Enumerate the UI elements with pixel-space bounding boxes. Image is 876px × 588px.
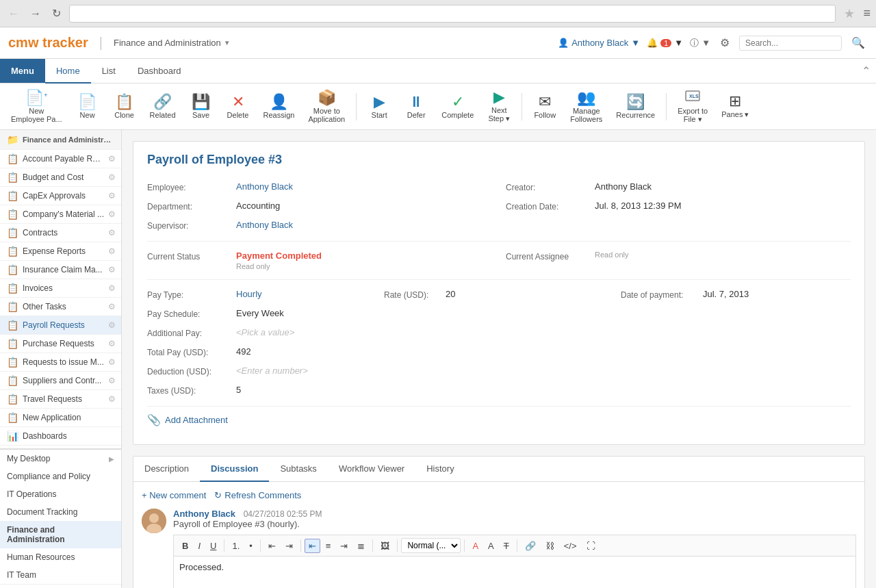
suppliers-gear[interactable]: ⚙ xyxy=(108,376,116,385)
sidebar-item-company-material[interactable]: 📋 Company's Material ... ⚙ xyxy=(0,205,121,224)
complete-button[interactable]: ✓ Complete xyxy=(436,92,479,122)
delete-button[interactable]: ✕ Delete xyxy=(221,92,255,122)
url-bar[interactable] xyxy=(69,5,836,23)
sidebar-item-travel[interactable]: 📋 Travel Requests ⚙ xyxy=(0,390,121,409)
rte-unlink-button[interactable]: ⛓ xyxy=(541,539,558,553)
sidebar-item-it-operations[interactable]: IT Operations xyxy=(0,485,121,503)
notifications[interactable]: 🔔 1 ▼ xyxy=(647,38,683,48)
manage-followers-button[interactable]: 👥 ManageFollowers xyxy=(565,88,608,126)
rte-font-color-button[interactable]: A xyxy=(468,539,482,553)
rte-clear-format-button[interactable]: T xyxy=(500,539,513,553)
refresh-comments-button[interactable]: ↻ Refresh Comments xyxy=(214,490,301,500)
tab-subtasks[interactable]: Subtasks xyxy=(269,457,327,482)
sidebar-item-payroll[interactable]: 📋 Payroll Requests ⚙ xyxy=(0,316,121,335)
search-icon-button[interactable]: 🔍 xyxy=(849,35,868,51)
start-button[interactable]: ▶ Start xyxy=(362,92,396,122)
rte-indent-button[interactable]: ⇥ xyxy=(281,539,297,553)
rte-align-right-button[interactable]: ⇥ xyxy=(336,539,352,553)
sidebar-item-doc-tracking[interactable]: Document Tracking xyxy=(0,503,121,521)
related-button[interactable]: 🔗 Related xyxy=(144,92,181,122)
sidebar-item-contracts[interactable]: 📋 Contracts ⚙ xyxy=(0,224,121,242)
rte-format-select[interactable]: Normal (... xyxy=(401,538,461,553)
tab-description[interactable]: Description xyxy=(133,457,200,482)
invoices-gear[interactable]: ⚙ xyxy=(108,283,116,293)
rte-fullscreen-button[interactable]: ⛶ xyxy=(582,539,600,553)
workspace-selector[interactable]: Finance and Administration ▼ xyxy=(114,38,231,48)
tab-home[interactable]: Home xyxy=(45,59,91,84)
travel-gear[interactable]: ⚙ xyxy=(108,394,116,404)
sidebar-section-header[interactable]: 📁 Finance and Administrati... xyxy=(0,130,121,150)
rte-font-highlight-button[interactable]: A xyxy=(484,539,498,553)
sidebar-item-human-resources[interactable]: Human Resources xyxy=(0,548,121,566)
rte-bold-button[interactable]: B xyxy=(178,539,192,553)
tab-list[interactable]: List xyxy=(91,59,127,84)
rte-link-button[interactable]: 🔗 xyxy=(521,539,540,553)
sidebar-item-insurance[interactable]: 📋 Insurance Claim Ma... ⚙ xyxy=(0,261,121,279)
capex-gear[interactable]: ⚙ xyxy=(108,191,116,201)
purchase-gear[interactable]: ⚙ xyxy=(108,339,116,348)
clone-button[interactable]: 📋 Clone xyxy=(107,92,142,122)
create-workspace-button[interactable]: + + Create Workspace xyxy=(0,584,121,588)
next-step-button[interactable]: ▶ NextStep ▾ xyxy=(482,87,516,126)
tab-discussion[interactable]: Discussion xyxy=(200,457,269,482)
rte-italic-button[interactable]: I xyxy=(194,539,205,553)
rte-code-button[interactable]: </> xyxy=(560,539,581,553)
tab-dashboard[interactable]: Dashboard xyxy=(127,59,192,84)
export-button[interactable]: XLS Export toFile ▾ xyxy=(672,86,713,127)
sidebar-item-requests-issue[interactable]: 📋 Requests to issue M... ⚙ xyxy=(0,353,121,372)
back-button[interactable]: ← xyxy=(5,6,22,21)
tab-history[interactable]: History xyxy=(415,457,465,482)
panes-button[interactable]: ⊞ Panes ▾ xyxy=(716,91,754,122)
sidebar-item-suppliers[interactable]: 📋 Suppliers and Contr... ⚙ xyxy=(0,372,121,390)
rte-align-left-button[interactable]: ⇤ xyxy=(305,539,320,553)
sidebar-item-it-team[interactable]: IT Team xyxy=(0,566,121,584)
new-button[interactable]: 📄 New xyxy=(70,92,105,122)
rte-underline-button[interactable]: U xyxy=(206,539,220,553)
rte-outdent-button[interactable]: ⇤ xyxy=(264,539,280,553)
rte-image-button[interactable]: 🖼 xyxy=(376,539,394,553)
reassign-button[interactable]: 👤 Reassign xyxy=(258,92,300,122)
reload-button[interactable]: ↻ xyxy=(49,5,64,21)
sidebar-item-new-app[interactable]: 📋 New Application xyxy=(0,409,121,427)
payroll-gear[interactable]: ⚙ xyxy=(108,320,116,330)
sidebar-item-finance-admin[interactable]: Finance and Administration xyxy=(0,521,121,548)
requests-issue-gear[interactable]: ⚙ xyxy=(108,357,116,367)
follow-button[interactable]: ✉ Follow xyxy=(528,92,562,122)
sidebar-item-purchase[interactable]: 📋 Purchase Requests ⚙ xyxy=(0,335,121,353)
sidebar-item-expense[interactable]: 📋 Expense Reports ⚙ xyxy=(0,242,121,261)
global-search-input[interactable] xyxy=(739,36,842,51)
insurance-gear[interactable]: ⚙ xyxy=(108,265,116,274)
sidebar-item-dashboards[interactable]: 📊 Dashboards xyxy=(0,427,121,446)
rte-content-area[interactable]: Processed. xyxy=(173,556,856,588)
new-employee-button[interactable]: 📄+ NewEmployee Pa... xyxy=(5,88,68,126)
sidebar-item-other-tasks[interactable]: 📋 Other Tasks ⚙ xyxy=(0,298,121,316)
save-button[interactable]: 💾 Save xyxy=(184,92,218,122)
move-to-app-button[interactable]: 📦 Move toApplication xyxy=(302,88,350,126)
sidebar-item-account-payable[interactable]: 📋 Account Payable Req... ⚙ xyxy=(0,150,121,168)
recurrence-button[interactable]: 🔄 Recurrence xyxy=(610,92,660,122)
sidebar-item-compliance[interactable]: Compliance and Policy xyxy=(0,468,121,485)
settings-button[interactable]: ⚙ xyxy=(717,35,732,51)
budget-gear[interactable]: ⚙ xyxy=(108,172,116,182)
sidebar-item-invoices[interactable]: 📋 Invoices ⚙ xyxy=(0,279,121,298)
bookmark-icon[interactable]: ★ xyxy=(844,6,855,21)
nav-collapse-button[interactable]: ⌃ xyxy=(856,59,876,83)
company-material-gear[interactable]: ⚙ xyxy=(108,209,116,219)
rte-ordered-list-button[interactable]: 1. xyxy=(228,539,244,553)
contracts-gear[interactable]: ⚙ xyxy=(108,228,116,238)
rte-align-center-button[interactable]: ≡ xyxy=(322,539,335,553)
new-comment-button[interactable]: + New comment xyxy=(142,490,206,500)
expense-gear[interactable]: ⚙ xyxy=(108,246,116,256)
menu-button[interactable]: Menu xyxy=(0,59,45,83)
forward-button[interactable]: → xyxy=(27,6,44,21)
browser-menu-icon[interactable]: ≡ xyxy=(863,6,871,21)
user-info[interactable]: 👤 Anthony Black ▼ xyxy=(558,38,640,48)
account-payable-gear[interactable]: ⚙ xyxy=(108,154,116,164)
rte-unordered-list-button[interactable]: • xyxy=(245,539,257,553)
rte-align-justify-button[interactable]: ≣ xyxy=(353,539,369,553)
help-button[interactable]: ⓘ ▼ xyxy=(690,37,710,49)
sidebar-item-budget[interactable]: 📋 Budget and Cost ⚙ xyxy=(0,168,121,187)
other-tasks-gear[interactable]: ⚙ xyxy=(108,302,116,311)
sidebar-item-capex[interactable]: 📋 CapEx Approvals ⚙ xyxy=(0,187,121,205)
defer-button[interactable]: ⏸ Defer xyxy=(399,92,433,122)
